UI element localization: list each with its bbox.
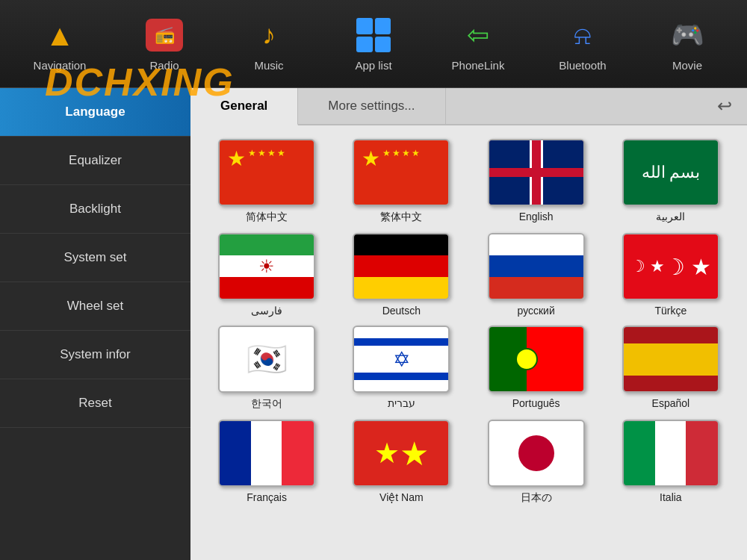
nav-label-phonelink: PhoneLink	[452, 59, 505, 72]
tab-bar: General More settings... ↩	[190, 88, 747, 125]
flag-korean: 🇰🇷	[218, 326, 315, 393]
nav-item-music[interactable]: ♪ Music	[239, 16, 299, 72]
sidebar-item-wheel-set[interactable]: Wheel set	[0, 282, 190, 331]
back-button[interactable]: ↩	[702, 88, 747, 124]
list-item[interactable]: English	[474, 139, 599, 224]
lang-name-italian: Italia	[660, 491, 682, 503]
top-navigation-bar: ▲ Navigation 📻 Radio ♪ Music App list ⇦ …	[0, 0, 747, 88]
flag-turkish: ☽ ★	[622, 233, 719, 300]
lang-name-arabic: العربية	[656, 211, 685, 223]
lang-name-farsi: فارسی	[251, 305, 282, 317]
settings-sidebar: Language Equalizer Backlight System set …	[0, 88, 190, 560]
lang-name-korean: 한국어	[251, 397, 282, 411]
lang-name-traditional-chinese: 繁体中文	[380, 211, 422, 224]
list-item[interactable]: русский	[474, 233, 599, 317]
flag-deutsch	[353, 233, 450, 300]
list-item[interactable]: Español	[608, 326, 734, 411]
lang-name-english: English	[519, 211, 554, 223]
lang-name-portuguese: Português	[512, 397, 560, 409]
flag-vietnamese: ★	[353, 420, 450, 487]
settings-right-panel: General More settings... ↩ 简体中文 繁体中文	[190, 88, 747, 560]
phonelink-icon: ⇦	[459, 16, 498, 55]
main-content: Language Equalizer Backlight System set …	[0, 88, 747, 560]
nav-item-bluetooth[interactable]: ⍾ Bluetooth	[553, 16, 613, 72]
lang-name-russian: русский	[518, 305, 555, 317]
list-item[interactable]: 🇰🇷 한국어	[204, 326, 329, 411]
list-item[interactable]: ✡ עברית	[338, 326, 464, 411]
nav-item-radio[interactable]: 📻 Radio	[134, 16, 194, 72]
nav-label-music: Music	[254, 59, 283, 72]
nav-item-phonelink[interactable]: ⇦ PhoneLink	[448, 16, 508, 72]
language-grid: 简体中文 繁体中文 English	[190, 125, 747, 518]
lang-name-spanish: Español	[652, 397, 690, 409]
applist-icon	[354, 16, 393, 55]
lang-name-vietnamese: Việt Nam	[379, 491, 424, 503]
sidebar-item-language[interactable]: Language	[0, 88, 190, 137]
list-item[interactable]: Deutsch	[338, 233, 464, 317]
lang-name-japanese: 日本の	[521, 491, 552, 505]
lang-name-french: Français	[247, 491, 287, 503]
flag-farsi: ☀	[218, 233, 315, 300]
sidebar-item-backlight[interactable]: Backlight	[0, 185, 190, 234]
list-item[interactable]: 繁体中文	[338, 139, 464, 224]
flag-arabic: بسم الله	[622, 139, 719, 206]
flag-traditional-chinese	[353, 139, 450, 206]
bluetooth-icon: ⍾	[563, 16, 602, 55]
radio-icon: 📻	[145, 16, 184, 55]
list-item[interactable]: بسم الله العربية	[608, 139, 734, 224]
nav-item-applist[interactable]: App list	[344, 16, 403, 72]
nav-label-bluetooth: Bluetooth	[559, 59, 606, 72]
list-item[interactable]: ★ Việt Nam	[338, 420, 464, 505]
lang-name-turkish: Türkçe	[654, 305, 686, 317]
nav-item-navigation[interactable]: ▲ Navigation	[30, 16, 90, 72]
flag-russian	[488, 233, 585, 300]
tab-general[interactable]: General	[190, 88, 298, 125]
lang-name-simplified-chinese: 简体中文	[246, 211, 288, 224]
flag-japanese	[488, 420, 585, 487]
nav-label-movie: Movie	[672, 59, 702, 72]
movie-icon: 🎮	[668, 16, 707, 55]
lang-name-deutsch: Deutsch	[382, 305, 421, 317]
flag-hebrew: ✡	[353, 326, 450, 393]
nav-icon: ▲	[40, 16, 79, 55]
flag-italian	[622, 420, 719, 487]
nav-label-applist: App list	[355, 59, 391, 72]
list-item[interactable]: Français	[204, 420, 329, 505]
nav-label-radio: Radio	[149, 59, 179, 72]
sidebar-item-system-set[interactable]: System set	[0, 234, 190, 282]
nav-label-navigation: Navigation	[34, 59, 87, 72]
sidebar-item-reset[interactable]: Reset	[0, 379, 190, 428]
sidebar-item-system-infor[interactable]: System infor	[0, 331, 190, 379]
tab-more-settings[interactable]: More settings...	[298, 88, 445, 124]
lang-name-hebrew: עברית	[388, 397, 415, 409]
list-item[interactable]: Português	[474, 326, 599, 411]
list-item[interactable]: ☽ ★ Türkçe	[608, 233, 734, 317]
list-item[interactable]: 简体中文	[204, 139, 329, 224]
flag-simplified-chinese	[218, 139, 315, 206]
music-icon: ♪	[249, 16, 288, 55]
flag-portuguese	[488, 326, 585, 393]
flag-french	[218, 420, 315, 487]
list-item[interactable]: Italia	[608, 420, 734, 505]
list-item[interactable]: ☀ فارسی	[204, 233, 329, 317]
sidebar-item-equalizer[interactable]: Equalizer	[0, 137, 190, 185]
nav-item-movie[interactable]: 🎮 Movie	[657, 16, 717, 72]
list-item[interactable]: 日本の	[474, 420, 599, 505]
flag-spanish	[622, 326, 719, 393]
flag-english	[488, 139, 585, 206]
